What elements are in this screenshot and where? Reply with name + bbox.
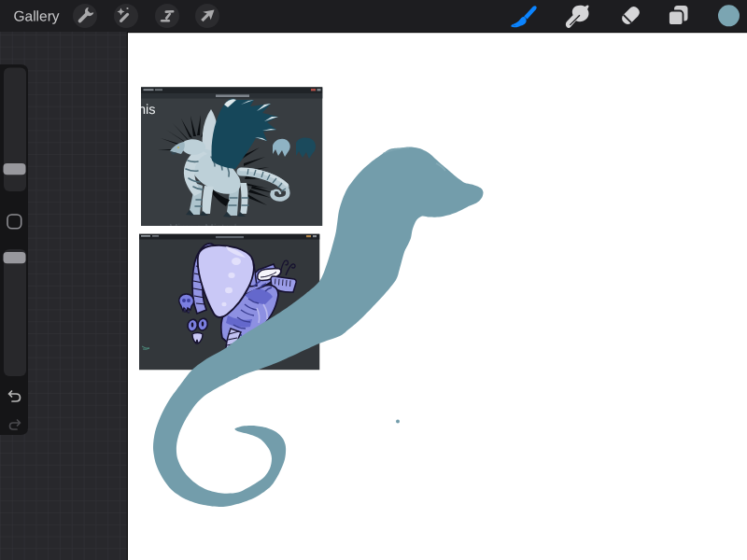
- svg-text:Gallery: Gallery: [13, 8, 59, 24]
